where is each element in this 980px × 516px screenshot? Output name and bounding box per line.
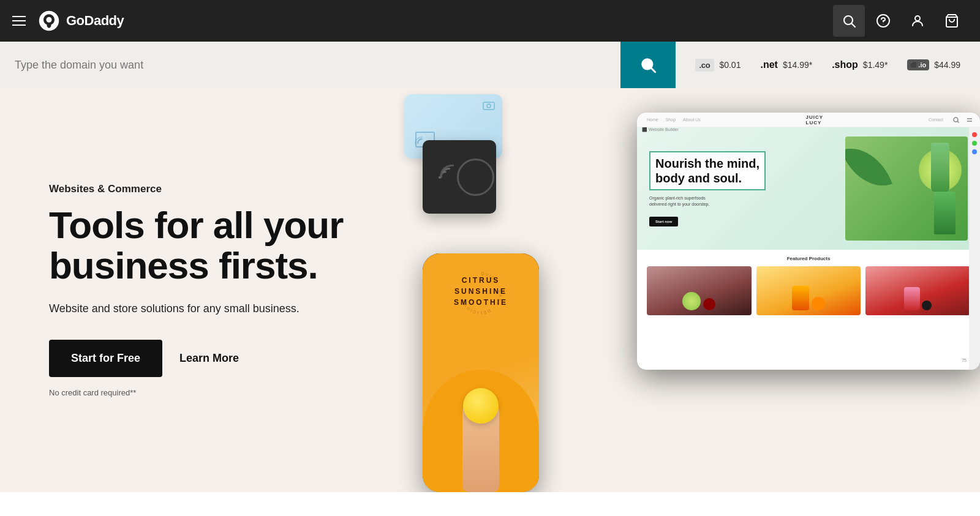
svg-line-15 <box>957 121 959 123</box>
logo-text: GoDaddy <box>66 13 124 29</box>
tablet-toolbar <box>969 127 980 370</box>
svg-point-11 <box>487 104 491 108</box>
hero-content: Websites & Commerce Tools for all yourbu… <box>0 88 380 492</box>
svg-line-9 <box>651 68 655 72</box>
svg-line-3 <box>852 24 856 28</box>
tablet-product-1 <box>647 266 752 315</box>
tld-net-price: $14.99* <box>783 60 812 70</box>
domain-search-button[interactable] <box>620 42 676 88</box>
tablet-hero-subtitle: Organic plant-rich superfoodsdelivered r… <box>649 195 833 208</box>
tld-io-badge: ⬛.io <box>907 59 929 70</box>
hero-headline: Tools for all yourbusiness firsts. <box>49 205 380 285</box>
svg-point-1 <box>47 17 52 23</box>
phone-mockup: CITRUSSUNSHINESMOOTHIE QUICK · EASY · DE… <box>423 253 539 492</box>
hero-category: Websites & Commerce <box>49 183 380 195</box>
toolbar-dot-blue <box>972 149 977 154</box>
cart-button[interactable] <box>936 5 968 37</box>
hero-section: Websites & Commerce Tools for all yourbu… <box>0 88 980 492</box>
svg-point-14 <box>954 118 958 122</box>
help-button[interactable] <box>867 5 899 37</box>
tld-net-ext: .net <box>760 59 777 70</box>
tld-shop-price: $1.49* <box>863 60 888 70</box>
tld-co-price: $0.01 <box>719 60 741 70</box>
card-reader-mockup <box>423 140 496 214</box>
tablet-hero-text: Nourish the mind,body and soul. Organic … <box>649 151 833 226</box>
builder-label: ⬛ Website Builder <box>642 127 679 132</box>
svg-rect-10 <box>483 102 494 110</box>
nav-left: GoDaddy <box>12 10 124 32</box>
tablet-mockup: Home Shop About Us JUICYLUCY Contact <box>637 113 980 370</box>
tablet-hero-area: Nourish the mind,body and soul. Organic … <box>637 127 980 250</box>
tablet-product-2 <box>756 266 861 315</box>
svg-text:QUICK · EASY · DELICIOUS ·: QUICK · EASY · DELICIOUS · <box>459 271 503 315</box>
resize-indicator: 75 <box>962 358 967 362</box>
hamburger-menu[interactable] <box>12 16 26 26</box>
tablet-nav-about: About Us <box>683 118 701 122</box>
tld-net: .net $14.99* <box>760 59 812 70</box>
hero-devices: CITRUSSUNSHINESMOOTHIE QUICK · EASY · DE… <box>380 88 980 492</box>
tld-co-badge: .co <box>695 59 715 72</box>
logo[interactable]: GoDaddy <box>38 10 124 32</box>
domain-search-bar: .co $0.01 .net $14.99* .shop $1.49* ⬛.io… <box>0 42 980 88</box>
account-button[interactable] <box>902 5 933 37</box>
tablet-products-row <box>647 266 970 315</box>
search-button[interactable] <box>833 5 865 37</box>
tablet-hero-title: Nourish the mind,body and soul. <box>649 151 766 190</box>
toolbar-dot-red <box>972 132 977 137</box>
tablet-hero-image <box>845 136 968 241</box>
tablet-product-3 <box>865 266 970 315</box>
tablet-cta-button: Start now <box>649 217 678 226</box>
hero-subtext: Website and store solutions for any smal… <box>49 302 343 315</box>
tablet-nav-home: Home <box>647 118 658 122</box>
nav-right <box>833 5 968 37</box>
tld-io-price: $44.99 <box>934 60 960 70</box>
hero-disclaimer: No credit card required** <box>49 388 380 397</box>
svg-point-12 <box>438 176 440 179</box>
domain-input-wrapper <box>0 42 620 88</box>
tld-co: .co $0.01 <box>695 59 741 72</box>
tablet-brand-name: JUICYLUCY <box>806 114 824 125</box>
tablet-products-section: Featured Products <box>637 250 980 321</box>
phone-screen: CITRUSSUNSHINESMOOTHIE QUICK · EASY · DE… <box>423 253 539 492</box>
tablet-website-topbar: Home Shop About Us JUICYLUCY Contact <box>637 113 980 127</box>
tablet-nav-contact: Contact <box>929 118 943 122</box>
learn-more-link[interactable]: Learn More <box>179 352 239 365</box>
tablet-products-title: Featured Products <box>647 256 970 261</box>
tld-io: ⬛.io $44.99 <box>907 59 960 70</box>
start-free-button[interactable]: Start for Free <box>49 340 162 377</box>
domain-search-input[interactable] <box>15 59 606 72</box>
svg-point-5 <box>883 24 884 24</box>
tablet-nav-shop: Shop <box>666 118 676 122</box>
hero-cta-row: Start for Free Learn More <box>49 340 380 377</box>
tablet-screen: Home Shop About Us JUICYLUCY Contact <box>637 113 980 370</box>
tld-shop: .shop $1.49* <box>832 59 888 70</box>
navbar: GoDaddy <box>0 0 980 42</box>
tld-pricing-list: .co $0.01 .net $14.99* .shop $1.49* ⬛.io… <box>676 59 981 72</box>
toolbar-dot-green <box>972 141 977 146</box>
tld-shop-ext: .shop <box>832 59 858 70</box>
svg-point-6 <box>915 16 920 21</box>
